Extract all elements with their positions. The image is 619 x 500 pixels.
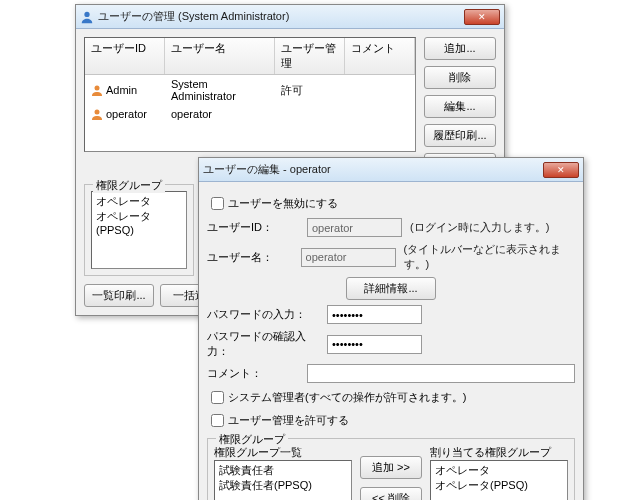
assigned-col: 割り当てる権限グループ オペレータ オペレータ(PPSQ) <box>430 445 568 500</box>
history-print-button[interactable]: 履歴印刷... <box>424 124 496 147</box>
list-item[interactable]: 試験責任者(PPSQ) <box>219 478 347 493</box>
list-item[interactable]: 試験責任者 <box>219 463 347 478</box>
list-item[interactable]: オペレータ(PPSQ) <box>96 209 182 236</box>
assigned-title: 割り当てる権限グループ <box>430 445 568 460</box>
cell-username: operator <box>165 107 275 121</box>
password-label: パスワードの入力： <box>207 307 327 322</box>
svg-point-2 <box>95 110 100 115</box>
transfer: 権限グループ一覧 試験責任者 試験責任者(PPSQ) 追加 >> << 削除 割… <box>214 445 568 500</box>
list-row[interactable]: operator operator <box>85 105 415 123</box>
detail-button[interactable]: 詳細情報... <box>346 277 436 300</box>
password-input[interactable] <box>327 305 422 324</box>
userid-label: ユーザーID： <box>207 220 307 235</box>
checkbox-label: ユーザー管理を許可する <box>228 413 349 428</box>
col-mgmt[interactable]: ユーザー管理 <box>275 38 345 74</box>
comment-input[interactable] <box>307 364 575 383</box>
transfer-add-button[interactable]: 追加 >> <box>360 456 422 479</box>
print-list-button[interactable]: 一覧印刷... <box>84 284 154 307</box>
list-item[interactable]: オペレータ <box>435 463 563 478</box>
list-item[interactable]: オペレータ <box>96 194 182 209</box>
titlebar[interactable]: ユーザーの管理 (System Administrator) ✕ <box>76 5 504 29</box>
cell-mgmt: 許可 <box>275 77 345 103</box>
usermgmt-checkbox-row: ユーザー管理を許可する <box>207 411 575 430</box>
sysadmin-checkbox-row: システム管理者(すべての操作が許可されます。) <box>207 388 575 407</box>
window-title: ユーザーの管理 (System Administrator) <box>98 9 464 24</box>
transfer-buttons: 追加 >> << 削除 <box>360 445 422 500</box>
available-title: 権限グループ一覧 <box>214 445 352 460</box>
cell-userid: operator <box>106 108 147 120</box>
col-userid[interactable]: ユーザーID <box>85 38 165 74</box>
cell-username: System Administrator <box>165 77 275 103</box>
edit-button[interactable]: 編集... <box>424 95 496 118</box>
available-list[interactable]: 試験責任者 試験責任者(PPSQ) <box>214 460 352 500</box>
comment-row: コメント： <box>207 364 575 383</box>
disable-user-checkbox[interactable] <box>211 197 224 210</box>
cell-mgmt <box>275 107 345 121</box>
checkbox-label: システム管理者(すべての操作が許可されます。) <box>228 390 466 405</box>
user-list[interactable]: ユーザーID ユーザー名 ユーザー管理 コメント Admin System Ad… <box>84 37 416 152</box>
cell-userid: Admin <box>106 84 137 96</box>
assigned-list[interactable]: オペレータ オペレータ(PPSQ) <box>430 460 568 500</box>
groupbox-title: 権限グループ <box>93 178 165 193</box>
checkbox-label: ユーザーを無効にする <box>228 196 338 211</box>
disable-user-checkbox-row: ユーザーを無効にする <box>207 194 575 213</box>
list-item[interactable]: オペレータ(PPSQ) <box>435 478 563 493</box>
username-row: ユーザー名： (タイトルバーなどに表示されます。) <box>207 242 575 272</box>
permission-groupbox: 権限グループ 権限グループ一覧 試験責任者 試験責任者(PPSQ) 追加 >> … <box>207 438 575 500</box>
close-button[interactable]: ✕ <box>543 162 579 178</box>
user-icon <box>91 108 103 120</box>
svg-point-1 <box>95 86 100 91</box>
password-confirm-row: パスワードの確認入力： <box>207 329 575 359</box>
cell-comment <box>345 77 415 103</box>
usermgmt-checkbox[interactable] <box>211 414 224 427</box>
transfer-remove-button[interactable]: << 削除 <box>360 487 422 501</box>
groupbox-title: 権限グループ <box>216 432 288 447</box>
list-row[interactable]: Admin System Administrator 許可 <box>85 75 415 105</box>
add-button[interactable]: 追加... <box>424 37 496 60</box>
username-input[interactable] <box>301 248 396 267</box>
cell-comment <box>345 107 415 121</box>
content: ユーザーを無効にする ユーザーID： (ログイン時に入力します。) ユーザー名：… <box>199 182 583 500</box>
col-comment[interactable]: コメント <box>345 38 415 74</box>
permission-groupbox: 権限グループ オペレータ オペレータ(PPSQ) <box>84 184 194 276</box>
comment-label: コメント： <box>207 366 307 381</box>
window-title: ユーザーの編集 - operator <box>203 162 543 177</box>
permission-group-list[interactable]: オペレータ オペレータ(PPSQ) <box>91 191 187 269</box>
button-column: 追加... 削除 編集... 履歴印刷... 履歴表示... <box>424 37 496 176</box>
password-row: パスワードの入力： <box>207 305 575 324</box>
username-hint: (タイトルバーなどに表示されます。) <box>404 242 575 272</box>
password-confirm-input[interactable] <box>327 335 422 354</box>
user-icon <box>91 84 103 96</box>
col-username[interactable]: ユーザー名 <box>165 38 275 74</box>
titlebar[interactable]: ユーザーの編集 - operator ✕ <box>199 158 583 182</box>
available-col: 権限グループ一覧 試験責任者 試験責任者(PPSQ) <box>214 445 352 500</box>
sysadmin-checkbox[interactable] <box>211 391 224 404</box>
list-header: ユーザーID ユーザー名 ユーザー管理 コメント <box>85 38 415 75</box>
userid-input[interactable] <box>307 218 402 237</box>
userid-row: ユーザーID： (ログイン時に入力します。) <box>207 218 575 237</box>
user-icon <box>80 10 94 24</box>
userid-hint: (ログイン時に入力します。) <box>410 220 549 235</box>
svg-point-0 <box>84 11 89 16</box>
edit-user-window: ユーザーの編集 - operator ✕ ユーザーを無効にする ユーザーID： … <box>198 157 584 500</box>
delete-button[interactable]: 削除 <box>424 66 496 89</box>
username-label: ユーザー名： <box>207 250 301 265</box>
close-button[interactable]: ✕ <box>464 9 500 25</box>
password-confirm-label: パスワードの確認入力： <box>207 329 327 359</box>
